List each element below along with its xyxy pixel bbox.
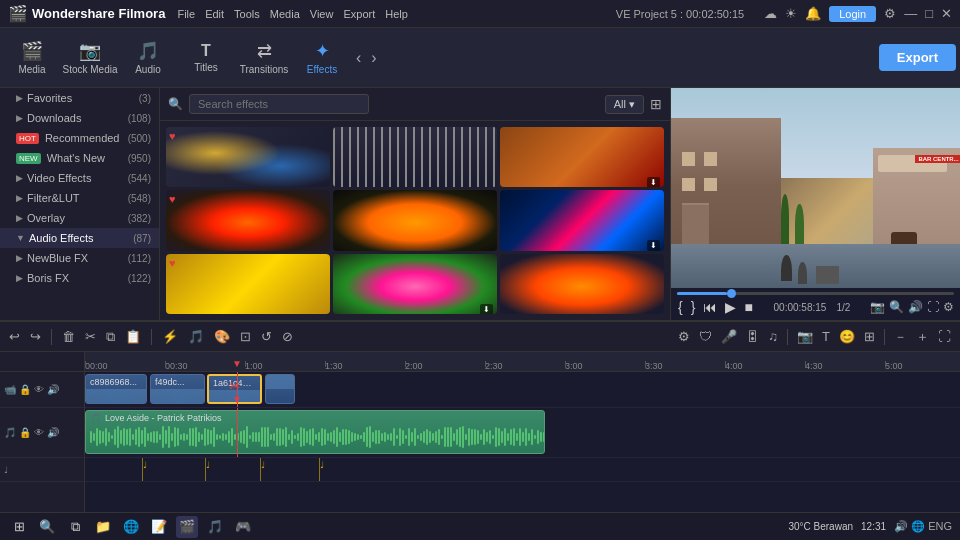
tool-titles[interactable]: T Titles: [178, 31, 234, 85]
effect-weak-signal[interactable]: Weak Signal 1: [333, 127, 497, 187]
zoom-out-button[interactable]: －: [891, 326, 910, 348]
video-track-lock[interactable]: 🔒: [19, 384, 31, 395]
search-input[interactable]: [189, 94, 369, 114]
effect-retro-film[interactable]: ⬇ Retro Film Overlay 15: [500, 127, 664, 187]
taskbar-steam[interactable]: 🎮: [232, 516, 254, 538]
delete-button[interactable]: 🗑: [59, 327, 78, 346]
fullscreen-button[interactable]: ⛶: [927, 300, 939, 314]
panel-item-boris-fx[interactable]: ▶ Boris FX (122): [0, 268, 159, 288]
taskbar-start[interactable]: ⊞: [8, 516, 30, 538]
effect-contrast-two[interactable]: ContrastTwo: [333, 190, 497, 250]
music-note-button[interactable]: ♫: [765, 327, 781, 346]
play-button[interactable]: ▶: [724, 298, 737, 316]
panel-item-favorites[interactable]: ▶ Favorites (3): [0, 88, 159, 108]
panel-item-whats-new[interactable]: NEW What's New (950): [0, 148, 159, 168]
video-clip-2[interactable]: f49dc...: [150, 374, 205, 404]
effect-gold[interactable]: ♥: [166, 254, 330, 314]
nav-right-arrow[interactable]: ›: [367, 47, 380, 69]
timeline-main[interactable]: 00:00 00:30 1:00 1:30 2:00 2:30 3:00 3:3…: [85, 352, 960, 528]
settings-icon[interactable]: ⚙: [884, 6, 896, 21]
audio-clip-main[interactable]: 🎵 Love Aside - Patrick Patrikios // Wave…: [85, 410, 545, 454]
login-button[interactable]: Login: [829, 6, 876, 22]
shield-button[interactable]: 🛡: [696, 327, 715, 346]
effect-orange[interactable]: [500, 254, 664, 314]
taskbar-vscode[interactable]: 📝: [148, 516, 170, 538]
panel-item-audio-effects[interactable]: ▼ Audio Effects (87): [0, 228, 159, 248]
bracket-right-button[interactable]: }: [690, 298, 697, 316]
effect-twinkle-star[interactable]: ♥ Twinkle Star 5: [166, 190, 330, 250]
menu-file[interactable]: File: [177, 8, 195, 20]
settings-button2[interactable]: ⚙: [943, 300, 954, 314]
maximize-icon[interactable]: □: [925, 6, 933, 21]
nav-left-arrow[interactable]: ‹: [352, 47, 365, 69]
effect-glitch[interactable]: ⬇ Glitch Effect 10: [500, 190, 664, 250]
tool-media[interactable]: 🎬 Media: [4, 31, 60, 85]
rotate-button[interactable]: ↺: [258, 327, 275, 346]
close-icon[interactable]: ✕: [941, 6, 952, 21]
system-tray[interactable]: 🔊 🌐 ENG: [894, 520, 952, 533]
audio-mix-button[interactable]: 🎵: [185, 327, 207, 346]
color-button[interactable]: 🎨: [211, 327, 233, 346]
minimize-icon[interactable]: —: [904, 6, 917, 21]
volume-button[interactable]: 🔊: [908, 300, 923, 314]
undo-button[interactable]: ↩: [6, 327, 23, 346]
menu-help[interactable]: Help: [385, 8, 408, 20]
tool-transitions[interactable]: ⇄ Transitions: [236, 31, 292, 85]
copy-button[interactable]: ⧉: [103, 327, 118, 347]
video-clip-4[interactable]: [265, 374, 295, 404]
text-button[interactable]: T: [819, 327, 833, 346]
zoom-button[interactable]: 🔍: [889, 300, 904, 314]
bracket-left-button[interactable]: {: [677, 298, 684, 316]
panel-item-newblue-fx[interactable]: ▶ NewBlue FX (112): [0, 248, 159, 268]
sticker-button[interactable]: 😊: [836, 327, 858, 346]
cut-button[interactable]: ✂: [82, 327, 99, 346]
menu-media[interactable]: Media: [270, 8, 300, 20]
rewind-button[interactable]: ⏮: [702, 298, 718, 316]
panel-item-video-effects[interactable]: ▶ Video Effects (544): [0, 168, 159, 188]
notification-icon[interactable]: 🔔: [805, 6, 821, 21]
audio-settings-button[interactable]: 🎛: [743, 327, 762, 346]
tool-effects[interactable]: ✦ Effects: [294, 31, 350, 85]
timeline-settings-button[interactable]: ⚙: [675, 327, 693, 346]
menu-export[interactable]: Export: [343, 8, 375, 20]
video-track-mute[interactable]: 🔊: [47, 384, 59, 395]
taskbar-tiktok[interactable]: 🎵: [204, 516, 226, 538]
redo-button[interactable]: ↪: [27, 327, 44, 346]
menu-view[interactable]: View: [310, 8, 334, 20]
sun-icon[interactable]: ☀: [785, 6, 797, 21]
speed-button[interactable]: ⚡: [159, 327, 181, 346]
menu-edit[interactable]: Edit: [205, 8, 224, 20]
menu-tools[interactable]: Tools: [234, 8, 260, 20]
stop-button[interactable]: ■: [743, 298, 753, 316]
crop-button[interactable]: ⊡: [237, 327, 254, 346]
zoom-in-button[interactable]: ＋: [913, 326, 932, 348]
paste-button[interactable]: 📋: [122, 327, 144, 346]
audio-track-hide[interactable]: 👁: [34, 427, 44, 438]
effect-flower[interactable]: ⬇: [333, 254, 497, 314]
audio-track-mute[interactable]: 🔊: [47, 427, 59, 438]
filter-dropdown[interactable]: All ▾: [605, 95, 644, 114]
panel-item-downloads[interactable]: ▶ Downloads (108): [0, 108, 159, 128]
fit-timeline-button[interactable]: ⛶: [935, 327, 954, 346]
panel-item-overlay[interactable]: ▶ Overlay (382): [0, 208, 159, 228]
camera-button[interactable]: 📷: [794, 327, 816, 346]
progress-bar[interactable]: [677, 292, 954, 295]
taskbar-taskview[interactable]: ⧉: [64, 516, 86, 538]
tool-audio[interactable]: 🎵 Audio: [120, 31, 176, 85]
mic-button[interactable]: 🎤: [718, 327, 740, 346]
cloud-icon[interactable]: ☁: [764, 6, 777, 21]
tool-stock-media[interactable]: 📷 Stock Media: [62, 31, 118, 85]
video-clip-1[interactable]: c8986968...: [85, 374, 147, 404]
effect-urban-bokeh[interactable]: ♥ Urban Bokeh: [166, 127, 330, 187]
mosaic-button[interactable]: ⊞: [861, 327, 878, 346]
snapshot-button[interactable]: 📷: [870, 300, 885, 314]
panel-item-recommended[interactable]: HOT Recommended (500): [0, 128, 159, 148]
grid-view-button[interactable]: ⊞: [650, 96, 662, 112]
video-track-hide[interactable]: 👁: [34, 384, 44, 395]
export-button[interactable]: Export: [879, 44, 956, 71]
taskbar-files[interactable]: 📁: [92, 516, 114, 538]
split-button[interactable]: ⊘: [279, 327, 296, 346]
panel-item-filter-lut[interactable]: ▶ Filter&LUT (548): [0, 188, 159, 208]
taskbar-chrome[interactable]: 🌐: [120, 516, 142, 538]
taskbar-search[interactable]: 🔍: [36, 516, 58, 538]
